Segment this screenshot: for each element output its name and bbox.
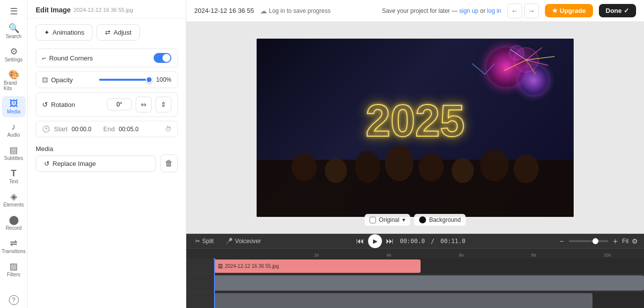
skip-back-btn[interactable]: ⏮ bbox=[356, 237, 364, 246]
panel-tabs: ✦ Animations ⇄ Adjust bbox=[28, 18, 186, 45]
cloud-icon: ☁ bbox=[260, 7, 267, 15]
zoom-in-btn[interactable]: ＋ bbox=[611, 236, 619, 247]
clock-icon: 🕐 bbox=[42, 125, 50, 133]
sidebar-item-transitions[interactable]: ⇌ Transitions bbox=[2, 236, 26, 257]
svg-point-13 bbox=[325, 158, 347, 183]
original-checkbox[interactable] bbox=[370, 217, 376, 223]
zoom-slider[interactable] bbox=[569, 240, 608, 242]
log-in-link[interactable]: log in bbox=[487, 7, 501, 14]
split-btn[interactable]: ✂ Split bbox=[192, 236, 216, 247]
mic-icon: 🎤 bbox=[225, 238, 233, 245]
total-time: 00:11.0 bbox=[440, 238, 466, 245]
fireworks-svg: 2025 bbox=[257, 39, 574, 217]
record-icon: ⬤ bbox=[9, 215, 19, 224]
background-label: Background bbox=[429, 216, 461, 223]
zoom-thumb[interactable] bbox=[592, 238, 598, 244]
play-btn[interactable]: ▶ bbox=[368, 234, 382, 248]
panel-header: Edit Image 2024-12-12 16 36 55.jpg bbox=[28, 0, 186, 18]
track-content-2 bbox=[214, 274, 644, 292]
clock-end-icon: ⏱ bbox=[165, 125, 171, 133]
search-icon: 🔍 bbox=[8, 24, 19, 33]
image-clip[interactable]: 🖼 2024-12-12 16 36 55.jpg bbox=[214, 259, 421, 273]
sidebar-item-label: Filters bbox=[7, 272, 20, 277]
background-btn[interactable]: Background bbox=[414, 214, 466, 226]
track-label-2 bbox=[186, 274, 214, 292]
elements-icon: ◈ bbox=[10, 192, 17, 201]
round-corners-control: ⌐ Round Corners bbox=[36, 49, 178, 67]
track-row-3 bbox=[186, 292, 644, 308]
timeline-toolbar: ✂ Split 🎤 Voiceover ⏮ ▶ ⏭ 00:00.0 / 00:1… bbox=[186, 234, 644, 249]
rotation-input[interactable] bbox=[107, 99, 132, 110]
replace-image-btn[interactable]: ↺ Replace Image bbox=[36, 155, 156, 172]
undo-redo-controls: ← → bbox=[507, 3, 539, 18]
save-notice: ☁ Log in to save progress bbox=[260, 7, 331, 15]
ruler-mark-6s: 6s bbox=[459, 253, 464, 257]
rotation-control: ↺ Rotation ⇔ ⇕ bbox=[36, 92, 178, 117]
sidebar-item-label: Settings bbox=[4, 57, 22, 62]
sidebar-item-help[interactable]: ? bbox=[2, 292, 26, 308]
redo-btn[interactable]: → bbox=[524, 3, 539, 18]
image-icon: 🖼 bbox=[218, 263, 223, 269]
sidebar-item-brand[interactable]: 🎨 Brand Kits bbox=[2, 67, 26, 94]
ruler-marks: 2s 4s 6s 8s 10s bbox=[242, 249, 644, 258]
end-label: End bbox=[104, 125, 115, 133]
svg-line-4 bbox=[526, 60, 548, 65]
clip-3[interactable] bbox=[214, 293, 592, 308]
sidebar-item-media[interactable]: 🖼 Media bbox=[2, 96, 26, 117]
playhead[interactable] bbox=[214, 258, 215, 308]
opacity-slider[interactable] bbox=[99, 79, 152, 81]
upgrade-button[interactable]: ★ Upgrade bbox=[545, 4, 593, 17]
media-section-title: Media bbox=[28, 141, 186, 154]
timeline-area: ✂ Split 🎤 Voiceover ⏮ ▶ ⏭ 00:00.0 / 00:1… bbox=[186, 234, 644, 308]
start-time-group: Start 00:00.0 bbox=[54, 125, 92, 133]
timeline-settings-btn[interactable]: ⚙ bbox=[632, 237, 638, 245]
sidebar-item-settings[interactable]: ⚙ Settings bbox=[2, 44, 26, 65]
track-row-2 bbox=[186, 274, 644, 292]
svg-line-9 bbox=[472, 63, 485, 74]
svg-point-17 bbox=[452, 158, 474, 183]
tab-adjust[interactable]: ⇄ Adjust bbox=[97, 24, 140, 41]
flip-vertical-btn[interactable]: ⇕ bbox=[156, 97, 171, 112]
transitions-icon: ⇌ bbox=[10, 239, 17, 248]
adjust-icon: ⇄ bbox=[105, 29, 110, 36]
tab-animations[interactable]: ✦ Animations bbox=[36, 24, 93, 41]
filename-label: 2024-12-12 16 36 55.jpg bbox=[74, 7, 133, 13]
sidebar-item-menu[interactable]: ☰ bbox=[2, 4, 26, 19]
help-icon: ? bbox=[9, 295, 19, 305]
timestamp: 2024-12-12 16 36 55 bbox=[194, 7, 254, 14]
trash-icon: 🗑 bbox=[165, 159, 173, 168]
bg-clip[interactable] bbox=[214, 275, 644, 291]
zoom-out-btn[interactable]: － bbox=[558, 236, 566, 247]
fit-btn[interactable]: Fit bbox=[622, 238, 629, 245]
opacity-control: ⊡ Opacity 100% bbox=[36, 71, 178, 88]
start-value: 00:00.0 bbox=[71, 126, 91, 133]
original-checkbox-group[interactable]: Original ▾ bbox=[365, 214, 410, 226]
skip-forward-btn[interactable]: ⏭ bbox=[386, 237, 394, 246]
done-button[interactable]: Done ✓ bbox=[599, 4, 637, 17]
sidebar-item-elements[interactable]: ◈ Elements bbox=[2, 189, 26, 210]
sign-up-link[interactable]: sign up bbox=[459, 7, 479, 14]
sidebar-item-filters[interactable]: ▨ Filters bbox=[2, 259, 26, 280]
filters-icon: ▨ bbox=[9, 262, 18, 271]
sidebar-item-record[interactable]: ⬤ Record bbox=[2, 212, 26, 234]
sidebar-item-search[interactable]: 🔍 Search bbox=[2, 21, 26, 42]
sidebar-nav: ☰ 🔍 Search ⚙ Settings 🎨 Brand Kits 🖼 Med… bbox=[0, 0, 28, 308]
svg-point-15 bbox=[385, 146, 414, 181]
rotation-icon: ↺ bbox=[42, 101, 48, 108]
flip-horizontal-btn[interactable]: ⇔ bbox=[136, 97, 152, 112]
sidebar-item-audio[interactable]: ♪ Audio bbox=[2, 119, 26, 141]
main-area: 2024-12-12 16 36 55 ☁ Log in to save pro… bbox=[186, 0, 644, 308]
delete-btn[interactable]: 🗑 bbox=[160, 154, 178, 172]
opacity-icon: ⊡ bbox=[42, 76, 48, 84]
settings-icon: ⚙ bbox=[10, 47, 18, 56]
play-controls: ⏮ ▶ ⏭ bbox=[356, 234, 394, 248]
sidebar-item-text[interactable]: T Text bbox=[2, 166, 26, 187]
voiceover-btn[interactable]: 🎤 Voiceover bbox=[222, 236, 264, 247]
opacity-slider-thumb[interactable] bbox=[146, 76, 153, 83]
svg-point-14 bbox=[355, 151, 380, 183]
sidebar-item-subtitles[interactable]: ▤ Subtitles bbox=[2, 143, 26, 164]
undo-btn[interactable]: ← bbox=[507, 3, 522, 18]
round-corners-toggle[interactable] bbox=[154, 53, 171, 63]
zoom-controls: － ＋ Fit ⚙ bbox=[558, 236, 638, 247]
svg-point-12 bbox=[291, 153, 317, 181]
